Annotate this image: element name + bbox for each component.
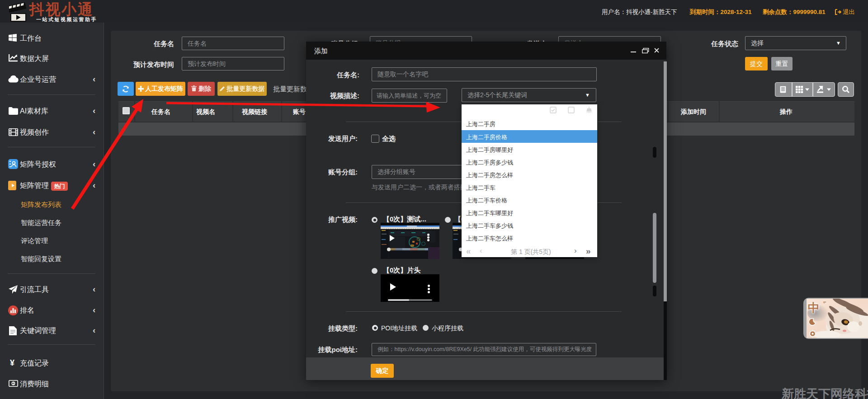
- svg-text:1: 1: [13, 382, 14, 385]
